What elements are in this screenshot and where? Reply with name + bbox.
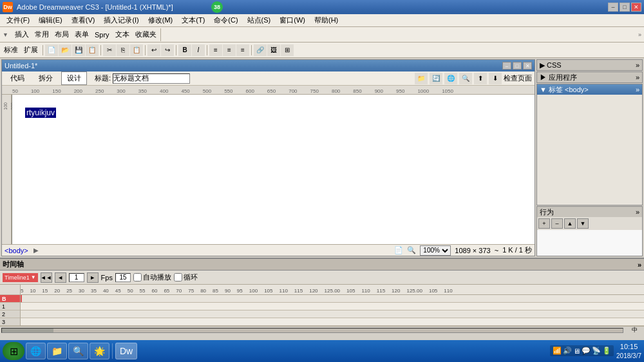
toolbar-btn-align-center[interactable]: ≡ bbox=[223, 44, 236, 56]
app-expand[interactable]: » bbox=[636, 73, 639, 81]
tab-extended[interactable]: 扩展 bbox=[21, 45, 41, 55]
maximize-button[interactable]: □ bbox=[620, 3, 630, 12]
zoom-select[interactable]: 100% 50% 200% bbox=[420, 245, 451, 256]
toolbar-btn-redo[interactable]: ↪ bbox=[161, 44, 174, 56]
tag-expand[interactable]: » bbox=[636, 86, 639, 93]
doc-minimize[interactable]: – bbox=[502, 62, 511, 70]
toolbar-pin-icon[interactable]: » bbox=[638, 32, 641, 38]
toolbar-btn-align-right[interactable]: ≡ bbox=[236, 44, 249, 56]
tab-favorites[interactable]: 收藏夹 bbox=[133, 30, 159, 39]
tag-panel-header[interactable]: ▼ 标签 <body> » bbox=[537, 84, 642, 95]
toolbar-btn-link[interactable]: 🔗 bbox=[254, 44, 267, 56]
separator5 bbox=[207, 45, 207, 55]
tab-design[interactable]: 设计 bbox=[61, 71, 87, 85]
tab-common[interactable]: 常用 bbox=[32, 30, 52, 39]
debug-icon[interactable]: 🔍 bbox=[459, 73, 472, 84]
track-labels: B 1 2 3 bbox=[0, 285, 21, 326]
timeline-fwd-btn[interactable]: ► bbox=[87, 272, 99, 283]
menu-window[interactable]: 窗口(W) bbox=[276, 14, 309, 26]
upload-icon[interactable]: ⬆ bbox=[474, 73, 487, 84]
start-button[interactable]: ⊞ bbox=[3, 342, 24, 360]
app-panel-header[interactable]: ▶ 应用程序 » bbox=[536, 71, 643, 83]
page-canvas[interactable]: rtyuikjuv bbox=[12, 95, 535, 244]
timeline-name-arrow[interactable]: ▼ bbox=[31, 274, 36, 280]
toolbar-btn-cut[interactable]: ✂ bbox=[103, 44, 116, 56]
toolbar-btn-table[interactable]: ⊞ bbox=[281, 44, 294, 56]
title-label: 标题: bbox=[95, 73, 111, 83]
menu-file[interactable]: 文件(F) bbox=[3, 14, 33, 26]
minimize-button[interactable]: – bbox=[608, 3, 618, 12]
taskbar-search[interactable]: 🔍 bbox=[68, 343, 88, 359]
doc-close[interactable]: ✕ bbox=[523, 62, 532, 70]
menu-command[interactable]: 命令(C) bbox=[210, 14, 242, 26]
menu-help[interactable]: 帮助(H) bbox=[310, 14, 342, 26]
tab-spry[interactable]: Spry bbox=[92, 31, 112, 39]
download-icon[interactable]: ⬇ bbox=[489, 73, 502, 84]
check-page-label[interactable]: 检查页面 bbox=[504, 73, 532, 83]
title-bar-controls[interactable]: – □ ✕ bbox=[608, 3, 641, 12]
toolbar-btn-italic[interactable]: I bbox=[192, 44, 205, 56]
xingwei-down-btn[interactable]: ▼ bbox=[577, 218, 589, 229]
tab-code[interactable]: 代码 bbox=[5, 71, 30, 85]
status-tag[interactable]: <body> bbox=[5, 247, 28, 254]
css-expand[interactable]: » bbox=[636, 61, 639, 69]
menu-modify[interactable]: 修改(M) bbox=[144, 14, 177, 26]
autoplay-checkbox[interactable]: 自动播放 bbox=[133, 272, 171, 282]
loop-checkbox[interactable]: 循环 bbox=[174, 272, 198, 282]
scrollbar-thumb[interactable] bbox=[2, 329, 53, 332]
loop-check[interactable] bbox=[174, 273, 182, 281]
autoplay-check[interactable] bbox=[133, 273, 142, 281]
timeline-frame-input[interactable] bbox=[69, 273, 84, 282]
file-status-icon[interactable]: 📁 bbox=[415, 73, 428, 84]
menu-site[interactable]: 站点(S) bbox=[243, 14, 275, 26]
tray-icon-4: 💬 bbox=[582, 347, 591, 355]
doc-controls[interactable]: – □ ✕ bbox=[502, 62, 532, 70]
refresh-icon[interactable]: 🔄 bbox=[430, 73, 442, 84]
taskbar-explorer[interactable]: 📁 bbox=[47, 343, 67, 359]
tab-standard[interactable]: 标准 bbox=[1, 45, 21, 55]
taskbar-dreamweaver[interactable]: Dw bbox=[115, 343, 137, 359]
tab-form[interactable]: 表单 bbox=[72, 30, 91, 39]
close-button[interactable]: ✕ bbox=[631, 3, 641, 12]
menu-insert[interactable]: 插入记录(I) bbox=[100, 14, 142, 26]
toolbar-btn-undo[interactable]: ↩ bbox=[147, 44, 160, 56]
toolbar-btn-new[interactable]: 📄 bbox=[45, 44, 58, 56]
timeline-rewind-btn[interactable]: ◄◄ bbox=[41, 272, 52, 283]
toolbar-btn-paste[interactable]: 📋 bbox=[130, 44, 143, 56]
notification-badge[interactable]: 38 bbox=[211, 1, 223, 13]
xingwei-add-btn[interactable]: + bbox=[538, 218, 550, 229]
toolbar-btn-image[interactable]: 🖼 bbox=[267, 44, 280, 56]
toolbar-btn-copy[interactable]: ⎘ bbox=[117, 44, 129, 56]
toolbar-btn-saveas[interactable]: 📋 bbox=[86, 44, 99, 56]
menu-edit[interactable]: 编辑(E) bbox=[35, 14, 66, 26]
xingwei-header[interactable]: 行为 » bbox=[537, 207, 642, 217]
toolbar-btn-bold[interactable]: B bbox=[178, 44, 191, 56]
doc-maximize[interactable]: □ bbox=[513, 62, 522, 70]
menu-text[interactable]: 文本(T) bbox=[178, 14, 209, 26]
toolbar-collapse-icon[interactable]: ▼ bbox=[3, 32, 8, 38]
canvas-area[interactable]: 100 200 300 rtyuikjuv bbox=[2, 95, 535, 244]
browser-preview-icon[interactable]: 🌐 bbox=[444, 73, 457, 84]
xingwei-up-btn[interactable]: ▲ bbox=[564, 218, 576, 229]
taskbar-separator bbox=[112, 343, 113, 359]
taskbar-ie[interactable]: 🌐 bbox=[26, 343, 46, 359]
toolbar-btn-open[interactable]: 📂 bbox=[59, 44, 71, 56]
scrollbar-track[interactable] bbox=[1, 328, 623, 333]
timeline-scrollbar[interactable]: 中 bbox=[0, 326, 644, 334]
tab-text[interactable]: 文本 bbox=[113, 30, 132, 39]
tab-split[interactable]: 拆分 bbox=[33, 71, 59, 85]
taskbar-app4[interactable]: 🌟 bbox=[90, 343, 109, 359]
timeline-expand-icon[interactable]: » bbox=[638, 261, 641, 269]
menu-view[interactable]: 查看(V) bbox=[68, 14, 99, 26]
fps-input[interactable] bbox=[115, 273, 131, 282]
title-input[interactable] bbox=[113, 73, 190, 84]
tab-insert[interactable]: 插入 bbox=[12, 30, 32, 39]
toolbar-btn-align-left[interactable]: ≡ bbox=[209, 44, 222, 56]
toolbar-btn-save[interactable]: 💾 bbox=[72, 44, 85, 56]
css-panel-header[interactable]: ▶ CSS » bbox=[536, 59, 643, 71]
system-clock[interactable]: 10:15 2018/3/7 bbox=[616, 342, 641, 359]
xingwei-expand[interactable]: » bbox=[636, 208, 639, 216]
xingwei-remove-btn[interactable]: – bbox=[551, 218, 563, 229]
timeline-back-btn[interactable]: ◄ bbox=[55, 272, 66, 283]
tab-layout[interactable]: 布局 bbox=[52, 30, 71, 39]
